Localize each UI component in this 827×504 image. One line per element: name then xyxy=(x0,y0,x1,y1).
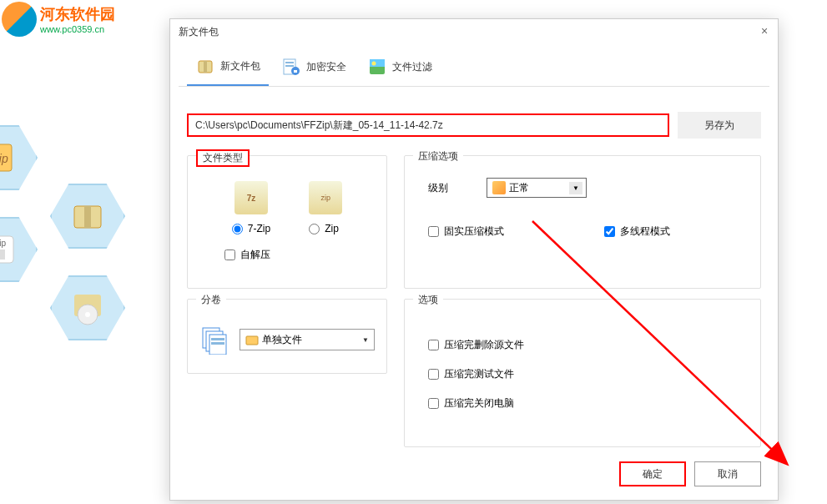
logo-icon xyxy=(2,2,37,37)
hex-disc-icon xyxy=(50,275,125,340)
svg-rect-13 xyxy=(285,62,294,63)
dialog-title: 新文件包 xyxy=(179,25,219,39)
cancel-button[interactable]: 取消 xyxy=(694,461,761,486)
file-type-zip: Zip xyxy=(309,181,342,234)
package-icon xyxy=(195,56,215,76)
svg-rect-11 xyxy=(204,61,207,73)
checkbox-multithread[interactable]: 多线程模式 xyxy=(604,224,670,239)
svg-rect-3 xyxy=(84,206,91,228)
svg-rect-23 xyxy=(211,338,224,340)
tab-bar: 新文件包 加密安全 文件过滤 xyxy=(179,44,769,87)
svg-text:Zip: Zip xyxy=(0,239,6,248)
tab-new-package[interactable]: 新文件包 xyxy=(187,51,269,86)
checkbox-shutdown[interactable]: 压缩完关闭电脑 xyxy=(428,396,749,411)
tab-filter[interactable]: 文件过滤 xyxy=(359,51,441,86)
checkbox-test-file[interactable]: 压缩完测试文件 xyxy=(428,367,749,381)
svg-point-19 xyxy=(372,62,376,66)
hex-zip2-icon: Zip xyxy=(0,217,38,282)
file-type-group: 文件类型 7-Zip Zip xyxy=(187,155,387,289)
volume-select[interactable]: 单独文件 xyxy=(240,329,375,350)
main-content: 文件类型 7-Zip Zip xyxy=(170,155,778,447)
logo-url: www.pc0359.cn xyxy=(40,24,115,34)
file-type-label: 文件类型 xyxy=(196,149,250,167)
level-select[interactable]: 正常 xyxy=(487,178,587,198)
svg-point-9 xyxy=(85,312,90,317)
checkbox-self-extract[interactable]: 自解压 xyxy=(224,248,375,262)
zip-icon xyxy=(309,181,342,214)
dialog-new-package: 新文件包 × 新文件包 加密安全 文件过滤 另存为 xyxy=(169,18,779,501)
path-row: 另存为 xyxy=(170,87,778,155)
options-label: 选项 xyxy=(413,293,443,307)
lock-icon xyxy=(281,57,301,77)
7zip-icon xyxy=(234,181,268,214)
compress-options-group: 压缩选项 级别 正常 固实压缩模式 多线程模式 xyxy=(404,155,761,289)
save-as-button[interactable]: 另存为 xyxy=(678,112,761,139)
ok-button[interactable]: 确定 xyxy=(619,461,686,486)
svg-rect-14 xyxy=(285,65,294,67)
volume-icon xyxy=(199,325,229,355)
level-label: 级别 xyxy=(428,181,461,195)
checkbox-solid-mode[interactable]: 固实压缩模式 xyxy=(428,224,504,239)
dialog-footer: 确定 取消 xyxy=(619,461,761,486)
svg-rect-24 xyxy=(211,342,224,345)
hex-zip-icon: Zip xyxy=(0,125,38,190)
close-button[interactable]: × xyxy=(758,24,771,38)
file-type-7zip: 7-Zip xyxy=(232,181,270,234)
tab-label: 加密安全 xyxy=(306,60,346,74)
tab-label: 新文件包 xyxy=(220,59,260,73)
folder-icon xyxy=(245,333,259,346)
dialog-header: 新文件包 × xyxy=(170,19,778,44)
options-group: 选项 压缩完删除源文件 压缩完测试文件 压缩完关闭电脑 xyxy=(404,299,761,447)
path-input[interactable] xyxy=(187,113,669,137)
logo-title: 河东软件园 xyxy=(40,4,115,24)
compress-options-label: 压缩选项 xyxy=(413,149,463,164)
svg-rect-6 xyxy=(0,249,5,260)
svg-text:Zip: Zip xyxy=(0,152,8,165)
watermark: 河东软件园 www.pc0359.cn xyxy=(2,2,115,37)
hex-folder-icon xyxy=(50,184,125,249)
volume-label: 分卷 xyxy=(196,293,226,307)
checkbox-delete-source[interactable]: 压缩完删除源文件 xyxy=(428,338,749,352)
tab-label: 文件过滤 xyxy=(392,60,432,74)
tab-encrypt[interactable]: 加密安全 xyxy=(273,51,355,86)
svg-rect-25 xyxy=(246,336,258,345)
volume-group: 分卷 单独文件 xyxy=(187,299,387,374)
level-icon xyxy=(492,181,506,194)
filter-icon xyxy=(367,57,387,77)
close-icon: × xyxy=(761,24,768,38)
svg-rect-16 xyxy=(294,70,297,73)
radio-7zip[interactable]: 7-Zip xyxy=(232,223,270,234)
radio-zip[interactable]: Zip xyxy=(309,223,342,234)
